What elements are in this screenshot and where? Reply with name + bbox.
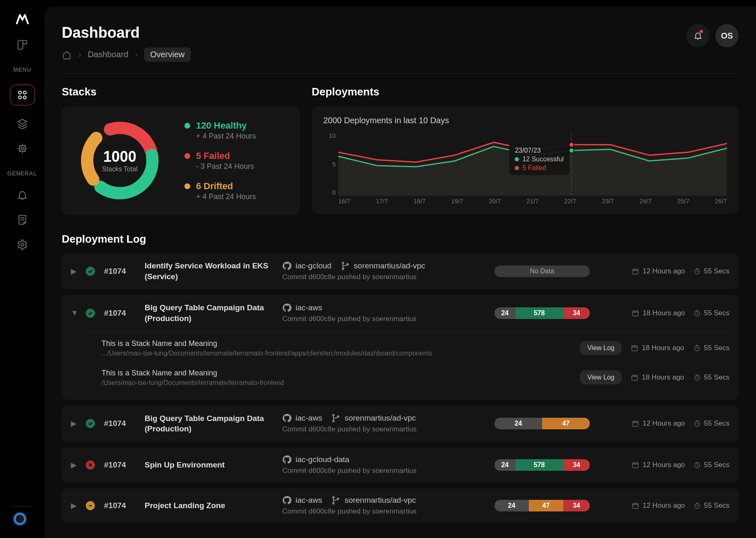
logo[interactable]	[15, 12, 30, 27]
avatar[interactable]: OS	[715, 24, 739, 47]
status-drift-icon	[86, 501, 95, 510]
legend-item-healthy: 120 Healthy + 4 Past 24 Hours	[184, 120, 256, 141]
x-tick: 19/7	[451, 197, 463, 209]
legend-sub: - 3 Past 24 Hours	[196, 162, 254, 171]
log-duration: 55 Secs	[693, 309, 729, 317]
log-row[interactable]: ▶ #1074 Project Landing Zone iac-aws sor…	[62, 488, 739, 523]
cpu-icon[interactable]	[16, 142, 29, 155]
sub-stack-path: .../Users/mao-tse-tung/Documents/terrama…	[102, 350, 571, 357]
help-icon[interactable]	[12, 511, 27, 526]
log-time: 12 Hours ago	[632, 461, 685, 469]
log-row[interactable]: ▶ #1074 Identify Service Workload in EKS…	[62, 253, 739, 289]
svg-rect-24	[632, 375, 638, 380]
breadcrumb-dashboard[interactable]: Dashboard	[88, 50, 128, 59]
svg-point-34	[333, 502, 334, 504]
expand-caret-icon[interactable]: ▼	[71, 309, 77, 317]
branch[interactable]: sorenmartius/ad-vpc	[341, 261, 425, 270]
svg-rect-36	[633, 504, 639, 509]
log-row[interactable]: ▶ #1074 Big Query Table Campaign Data (P…	[62, 406, 739, 442]
notification-dot-icon	[700, 30, 703, 33]
bell-icon[interactable]	[16, 188, 29, 202]
repo[interactable]: iac-aws	[282, 303, 322, 312]
bar-segment: 34	[563, 500, 590, 511]
bar-segment: 34	[563, 459, 590, 471]
bar-segment: 24	[494, 418, 542, 429]
stacks-card: 1000 Stacks Total 120 Healthy + 4 Past 2…	[62, 106, 300, 215]
legend-title: 120 Healthy	[196, 120, 256, 131]
notifications-button[interactable]	[686, 24, 710, 47]
divider	[62, 73, 739, 74]
log-id: #1074	[104, 419, 136, 428]
sub-stack-name: This is a Stack Name and Meaning	[102, 339, 571, 348]
log-time: 18 Hours ago	[632, 309, 685, 317]
branch[interactable]: sorenmartius/ad-vpc	[331, 414, 416, 423]
expand-caret-icon[interactable]: ▶	[71, 460, 77, 470]
log-time: 18 Hours ago	[631, 373, 684, 382]
y-tick: 5	[323, 161, 336, 168]
svg-point-14	[569, 142, 574, 147]
stacks-total-label: Stacks Total	[102, 166, 138, 173]
layers-icon[interactable]	[16, 117, 29, 130]
svg-rect-0	[18, 41, 23, 49]
bar-segment: 24	[494, 459, 516, 471]
svg-rect-31	[633, 463, 639, 468]
log-name: Big Query Table Campaign Data (Productio…	[145, 302, 273, 324]
breadcrumb: › Dashboard › Overview	[62, 47, 191, 62]
deployments-chart[interactable]: 1050 16/717/718/719/720/721/722/723/724/…	[323, 132, 727, 209]
expand-caret-icon[interactable]: ▶	[71, 267, 77, 276]
svg-point-26	[333, 414, 334, 416]
expand-caret-icon[interactable]: ▶	[71, 419, 77, 428]
log-id: #1074	[104, 460, 136, 470]
y-tick: 10	[323, 132, 336, 139]
legend-item-failed: 5 Failed - 3 Past 24 Hours	[184, 151, 256, 171]
branch[interactable]: sorenmartius/ad-vpc	[331, 496, 416, 505]
status-bar: 2457834	[494, 459, 590, 471]
log-row[interactable]: ▶ #1074 Spin Up Environment iac-gcloud-d…	[62, 448, 739, 482]
note-icon[interactable]	[16, 213, 29, 226]
home-icon[interactable]	[62, 50, 72, 60]
commit-text: Commit d600c8e pushed by soerenmartius	[282, 507, 485, 516]
svg-point-16	[342, 268, 344, 270]
x-tick: 24/7	[640, 197, 652, 209]
log-row[interactable]: ▼ #1074 Big Query Table Campaign Data (P…	[62, 295, 739, 399]
expand-caret-icon[interactable]: ▶	[71, 501, 77, 510]
commit-text: Commit d600c8e pushed by soerenmartius	[282, 315, 485, 323]
log-name: Project Landing Zone	[145, 500, 273, 511]
svg-point-6	[21, 147, 24, 150]
sub-stack-row: This is a Stack Name and Meaning .../Use…	[87, 334, 729, 363]
view-log-button[interactable]: View Log	[580, 370, 622, 385]
log-name: Identify Service Workload in EKS (Servic…	[145, 260, 273, 282]
x-tick: 17/7	[376, 197, 388, 209]
sidebar: MENU GENERAL	[0, 0, 44, 538]
log-id: #1074	[104, 309, 136, 318]
bar-segment: 578	[516, 459, 563, 471]
commit-text: Commit d600c8e pushed by soerenmartius	[282, 273, 485, 281]
chart-tooltip: 23/07/23 12 Successful 5 Failed	[509, 144, 569, 175]
dot-failed-icon	[184, 153, 190, 159]
dot-drifted-icon	[184, 183, 190, 189]
page-title: Dashboard	[62, 24, 191, 41]
breadcrumb-overview[interactable]: Overview	[144, 47, 190, 62]
deployments-subtitle: 2000 Deployments in last 10 Days	[323, 116, 727, 125]
deployments-title: Deployments	[312, 85, 739, 98]
repo[interactable]: iac-gcloud	[282, 261, 332, 270]
deployments-card: 2000 Deployments in last 10 Days 1050 16…	[312, 106, 739, 214]
stacks-donut: 1000 Stacks Total	[77, 117, 163, 204]
svg-point-13	[569, 148, 574, 153]
settings-icon[interactable]	[16, 238, 29, 251]
dot-green-icon	[515, 157, 519, 161]
bar-segment: 34	[563, 307, 590, 319]
legend-title: 6 Drifted	[196, 181, 256, 192]
view-log-button[interactable]: View Log	[580, 341, 622, 355]
sub-stack-row: This is a Stack Name and Meaning /Users/…	[87, 363, 729, 392]
x-tick: 22/7	[564, 197, 576, 209]
repo[interactable]: iac-aws	[282, 496, 322, 505]
panel-layout-icon[interactable]	[16, 38, 29, 51]
general-section-label: GENERAL	[7, 170, 37, 177]
repo[interactable]: iac-aws	[282, 414, 322, 423]
log-duration: 55 Secs	[693, 344, 729, 352]
repo[interactable]: iac-gcloud-data	[282, 455, 349, 464]
log-name: Big Query Table Campaign Data (Productio…	[145, 413, 273, 434]
dashboard-icon[interactable]	[10, 85, 35, 105]
x-tick: 26/7	[715, 197, 727, 209]
